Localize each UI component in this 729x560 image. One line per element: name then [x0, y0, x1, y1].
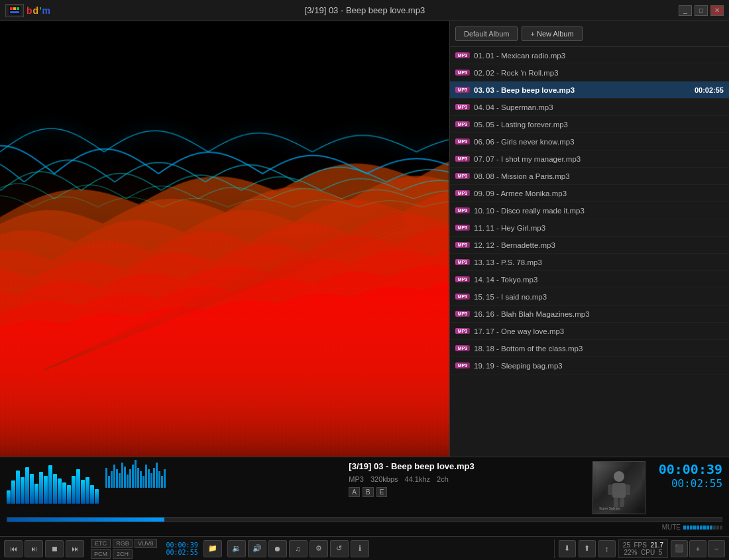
current-track-title: [3/19] 03 - Beep beep love.mp3	[349, 461, 585, 471]
playlist-item[interactable]: MP309. 09 - Armee Monika.mp3	[450, 185, 729, 202]
playlist-item[interactable]: MP315. 15 - I said no.mp3	[450, 288, 729, 306]
track-number: 14.	[474, 276, 484, 284]
playlist-item[interactable]: MP306. 06 - Girls never know.mp3	[450, 133, 729, 150]
playlist-sort-button[interactable]: ↕	[598, 540, 616, 557]
new-album-button[interactable]: + New Album	[522, 27, 582, 41]
mp3-badge: MP3	[455, 52, 470, 58]
minimize-button[interactable]: _	[679, 5, 692, 16]
playlist-item[interactable]: MP304. 04 - Superman.mp3	[450, 99, 729, 116]
info-button[interactable]: ℹ	[351, 540, 369, 557]
cpu-percent: 22%	[624, 549, 638, 556]
prev-button[interactable]: ⏮	[4, 540, 23, 557]
playlist-item[interactable]: MP311. 11 - Hey Girl.mp3	[450, 219, 729, 237]
track-duration: 00:02:55	[695, 86, 724, 94]
rt-btn-plus[interactable]: +	[689, 540, 706, 557]
transport-time: 00:00:39 00:02:55	[166, 541, 198, 556]
mp3-badge: MP3	[455, 121, 470, 127]
mini-equalizer	[105, 461, 342, 488]
progress-bar[interactable]	[7, 517, 722, 522]
track-name: 05 - Lasting forever.mp3	[486, 121, 724, 129]
track-name: 07 - I shot my manager.mp3	[486, 155, 724, 163]
playlist-item[interactable]: MP319. 19 - Sleeping bag.mp3	[450, 357, 729, 374]
visualizer-canvas	[0, 21, 449, 457]
playlist-item[interactable]: MP317. 17 - One way love.mp3	[450, 323, 729, 340]
cpu-value: 5	[659, 549, 663, 556]
tag-etc[interactable]: ETC	[91, 539, 111, 548]
playlist-down-button[interactable]: ⬇	[559, 540, 576, 557]
tag-vuvb[interactable]: VUV8	[135, 539, 157, 548]
spectrum-bar	[62, 482, 66, 504]
settings-button[interactable]: ⚙	[309, 540, 328, 557]
mp3-badge: MP3	[455, 190, 470, 196]
svg-rect-2	[13, 7, 16, 10]
spectrum-bar	[21, 477, 25, 504]
mini-bar-column	[124, 467, 126, 488]
next-button[interactable]: ⏭	[66, 540, 84, 557]
record-button[interactable]: ⏺	[268, 540, 287, 557]
playlist-item[interactable]: MP308. 08 - Mission a Paris.mp3	[450, 168, 729, 185]
volume-indicator	[683, 526, 722, 530]
spectrum-bar	[53, 474, 57, 504]
vol-down-button[interactable]: 🔉	[227, 540, 246, 557]
playlist-item[interactable]: MP310. 10 - Disco really made it.mp3	[450, 202, 729, 219]
tag-e: E	[376, 487, 388, 497]
mp3-badge: MP3	[455, 87, 470, 93]
track-info: [3/19] 03 - Beep beep love.mp3 MP3 320kb…	[349, 461, 585, 497]
mini-bar-column	[156, 463, 158, 488]
spectrum-bar	[30, 474, 34, 504]
mini-bar	[161, 476, 163, 488]
file-button[interactable]: 📁	[203, 540, 222, 557]
mini-bar-column	[150, 473, 152, 488]
mini-bar	[129, 469, 131, 488]
default-album-button[interactable]: Default Album	[455, 27, 518, 41]
track-name: 16 - Blah Blah Magazines.mp3	[486, 310, 724, 318]
rt-btn-minus[interactable]: −	[708, 540, 725, 557]
playlist-item[interactable]: MP301. 01 - Mexican radio.mp3	[450, 47, 729, 64]
mini-bar-column	[121, 463, 123, 488]
playlist-item[interactable]: MP302. 02 - Rock 'n Roll.mp3	[450, 64, 729, 82]
track-number: 08.	[474, 172, 484, 180]
playpause-button[interactable]: ⏯	[25, 540, 43, 557]
mini-bar	[156, 463, 158, 488]
playlist-up-button[interactable]: ⬆	[579, 540, 596, 557]
mp3-badge: MP3	[455, 328, 470, 334]
mini-bar-column	[105, 468, 107, 488]
playlist-item[interactable]: MP314. 14 - Tokyo.mp3	[450, 271, 729, 288]
close-button[interactable]: ✕	[710, 5, 724, 16]
playlist-item[interactable]: MP316. 16 - Blah Blah Magazines.mp3	[450, 306, 729, 323]
playlist-item[interactable]: MP312. 12 - Bernadette.mp3	[450, 237, 729, 254]
mini-bar-column	[111, 471, 113, 488]
info-bar: [3/19] 03 - Beep beep love.mp3 MP3 320kb…	[0, 457, 729, 536]
track-name: 15 - I said no.mp3	[486, 293, 724, 301]
rt-btn-1[interactable]: ⬛	[671, 540, 688, 557]
track-number: 12.	[474, 241, 484, 249]
spectrum-bar	[72, 476, 76, 504]
mini-bar	[158, 471, 160, 488]
maximize-button[interactable]: □	[695, 5, 708, 16]
mini-bar	[113, 465, 115, 488]
track-name: 08 - Mission a Paris.mp3	[486, 172, 724, 180]
playlist-item[interactable]: MP307. 07 - I shot my manager.mp3	[450, 150, 729, 168]
mini-bar	[153, 468, 155, 488]
track-number: 04.	[474, 103, 484, 111]
playlist-item[interactable]: MP305. 05 - Lasting forever.mp3	[450, 116, 729, 133]
playlist-item[interactable]: MP313. 13 - P.S. 78.mp3	[450, 254, 729, 271]
channels-label: 2ch	[437, 475, 449, 483]
tag-2ch[interactable]: 2CH	[113, 549, 133, 559]
track-number: 13.	[474, 258, 484, 266]
repeat-button[interactable]: ↺	[330, 540, 349, 557]
playlist-item[interactable]: MP303. 03 - Beep beep love.mp300:02:55	[450, 82, 729, 99]
svg-rect-12	[620, 498, 624, 507]
tag-pcm[interactable]: PCM	[91, 549, 111, 559]
vol-up-button[interactable]: 🔊	[248, 540, 266, 557]
mini-bar	[164, 469, 166, 488]
playlist-item[interactable]: MP318. 18 - Bottom of the class.mp3	[450, 340, 729, 357]
stop-button[interactable]: ⏹	[45, 540, 64, 557]
tag-rgb[interactable]: RGB	[113, 539, 133, 548]
spectrum-bar	[39, 472, 43, 504]
spectrum-bar	[34, 484, 38, 504]
volume-dot	[687, 526, 689, 530]
eq-button[interactable]: ♫	[289, 540, 308, 557]
svg-rect-4	[10, 11, 19, 13]
mini-bar	[135, 460, 137, 488]
